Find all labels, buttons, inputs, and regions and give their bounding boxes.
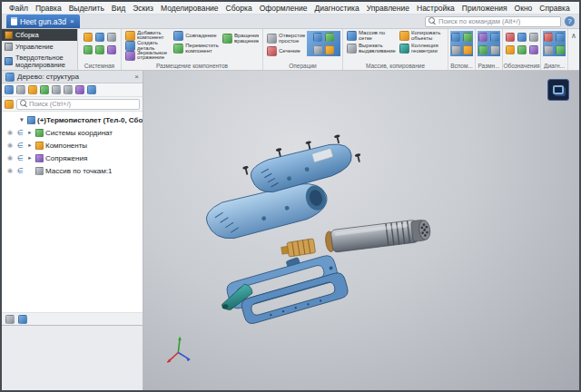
redo-icon[interactable] xyxy=(95,45,104,54)
pattern-icon[interactable] xyxy=(478,33,487,42)
orientation-cube-widget[interactable] xyxy=(547,79,569,101)
command-search-input[interactable] xyxy=(438,17,557,25)
aux-plane-icon[interactable] xyxy=(451,33,460,42)
tree-search-input[interactable] xyxy=(29,100,136,108)
mass-props-icon[interactable] xyxy=(544,45,553,54)
expand-all-icon[interactable] xyxy=(52,85,61,94)
visibility-eye-icon[interactable]: ◉ xyxy=(5,154,15,162)
filter-funnel-icon[interactable] xyxy=(5,100,14,109)
sort-icon[interactable] xyxy=(40,85,49,94)
notation-tools xyxy=(505,31,538,56)
menu-management[interactable]: Управление xyxy=(363,4,413,13)
roughness-icon[interactable] xyxy=(506,45,515,54)
expand-arrow-icon[interactable]: ▸ xyxy=(26,142,34,149)
properties-icon[interactable] xyxy=(107,45,116,54)
tree-item-point-array[interactable]: ◉ ∈ Массив по точкам:1 xyxy=(2,164,143,177)
move-component-button[interactable]: Переместить компонент xyxy=(172,41,221,56)
model-viewport[interactable] xyxy=(143,71,579,390)
document-icon xyxy=(11,17,17,25)
fillet-icon[interactable] xyxy=(313,45,322,54)
tolerance-icon[interactable] xyxy=(517,45,527,54)
collapse-ribbon-icon[interactable]: ∧ xyxy=(568,29,579,70)
help-icon[interactable]: ? xyxy=(565,16,575,26)
marker-icon[interactable] xyxy=(529,45,538,54)
simple-hole-button[interactable]: Отверстие простое xyxy=(265,31,307,46)
component-tree-icon[interactable] xyxy=(5,85,14,94)
close-panel-icon[interactable]: × xyxy=(134,73,139,81)
tree-item-mates[interactable]: ◉ ∈ ▸ Сопряжения xyxy=(2,152,143,164)
ribbon-group-operations: Отверстие простое Сечение Оп xyxy=(263,29,343,70)
note-icon[interactable] xyxy=(517,33,527,42)
menu-sketch[interactable]: Эскиз xyxy=(129,4,157,13)
group-caption-auxiliary: Вспом... xyxy=(448,63,475,69)
deviation-icon[interactable] xyxy=(556,45,565,54)
aux-axis-icon[interactable] xyxy=(463,33,472,42)
extrude-icon[interactable] xyxy=(313,33,322,42)
menu-view[interactable]: Вид xyxy=(108,4,129,13)
relations-icon[interactable] xyxy=(75,85,84,94)
panel-tab-assembly[interactable]: Сборка xyxy=(2,29,77,41)
grid-array-button[interactable]: Массив по сетке xyxy=(345,31,398,41)
collapse-arrow-icon[interactable]: ▾ xyxy=(18,116,25,123)
orientation-cube-icon xyxy=(553,85,564,94)
menu-layout[interactable]: Оформление xyxy=(256,4,311,13)
aux-csys-icon[interactable] xyxy=(463,45,472,54)
settings-icon[interactable] xyxy=(87,85,96,94)
menu-edit[interactable]: Правка xyxy=(32,4,65,13)
menu-modeling[interactable]: Моделирование xyxy=(157,4,222,13)
cut-extrude-button[interactable]: Вырезать выдавливанием xyxy=(345,41,398,56)
revolve-icon[interactable] xyxy=(325,33,334,42)
close-tab-icon[interactable]: × xyxy=(69,17,75,25)
heater-element-part[interactable] xyxy=(281,239,316,258)
model-area xyxy=(143,71,579,390)
mirror-body-icon[interactable] xyxy=(490,33,499,42)
visibility-eye-icon[interactable]: ◉ xyxy=(5,167,15,174)
menu-diagnostics[interactable]: Диагностика xyxy=(310,4,362,13)
menu-assembly[interactable]: Сборка xyxy=(222,4,256,13)
create-part-button[interactable]: Создать деталь xyxy=(123,41,172,51)
chamfer-icon[interactable] xyxy=(325,45,334,54)
save-icon[interactable] xyxy=(95,33,104,42)
document-tab[interactable]: Heet gun.a3d × xyxy=(6,15,80,28)
panel-tab-solid-modeling[interactable]: Твердотельное моделирование xyxy=(2,53,77,70)
tree-root-item[interactable]: ▾ (+)Термопистолет (Тел-0, Сборочны... xyxy=(2,113,143,126)
menu-applications[interactable]: Приложения xyxy=(458,4,511,13)
visibility-eye-icon[interactable]: ◉ xyxy=(5,129,15,136)
menu-select[interactable]: Выделить xyxy=(65,4,108,13)
dimension-icon[interactable] xyxy=(506,33,515,42)
filter-icon[interactable] xyxy=(28,85,37,94)
tree-item-components[interactable]: ◉ ∈ ▸ Компоненты xyxy=(2,139,143,152)
grid-view-icon[interactable] xyxy=(18,315,27,324)
scale-icon[interactable] xyxy=(478,45,487,54)
mirror-component-button[interactable]: Зеркальное отражение ко... xyxy=(123,51,172,61)
measure-icon[interactable] xyxy=(544,33,553,42)
geometry-collection-button[interactable]: Коллекция геометрии xyxy=(398,41,446,56)
undo-icon[interactable] xyxy=(84,45,93,54)
print-icon[interactable] xyxy=(107,33,116,42)
collapse-all-icon[interactable] xyxy=(64,85,73,94)
list-view-icon[interactable] xyxy=(5,315,15,324)
visibility-eye-icon[interactable]: ◉ xyxy=(5,142,15,149)
menu-window[interactable]: Окно xyxy=(511,4,537,13)
menu-help[interactable]: Справка xyxy=(536,4,573,13)
aux-point-icon[interactable] xyxy=(451,45,460,54)
add-component-button[interactable]: Добавить компонент из... xyxy=(123,31,172,41)
datum-icon[interactable] xyxy=(529,33,538,42)
rotation-rotation-button[interactable]: Вращение-вращение xyxy=(221,31,261,46)
translate-icon[interactable] xyxy=(490,45,499,54)
panel-tab-management[interactable]: Управление xyxy=(2,41,77,53)
open-document-icon[interactable] xyxy=(84,33,93,42)
copy-objects-button[interactable]: Копировать объекты xyxy=(398,31,446,41)
structure-view-icon[interactable] xyxy=(16,85,25,94)
expand-arrow-icon[interactable]: ▸ xyxy=(26,154,34,162)
heat-gun-model[interactable] xyxy=(143,71,579,390)
check-icon[interactable] xyxy=(556,33,565,42)
barrel-part[interactable] xyxy=(324,218,431,253)
tree-item-coordinate-systems[interactable]: ◉ ∈ ▸ Системы координат xyxy=(2,126,143,139)
section-button[interactable]: Сечение xyxy=(265,46,307,56)
menu-settings[interactable]: Настройка xyxy=(413,4,458,13)
menu-file[interactable]: Файл xyxy=(5,4,32,13)
coincidence-button[interactable]: Совпадение xyxy=(172,31,221,41)
expand-arrow-icon[interactable]: ▸ xyxy=(26,129,34,136)
tree-item-label: Сопряжения xyxy=(45,154,87,162)
